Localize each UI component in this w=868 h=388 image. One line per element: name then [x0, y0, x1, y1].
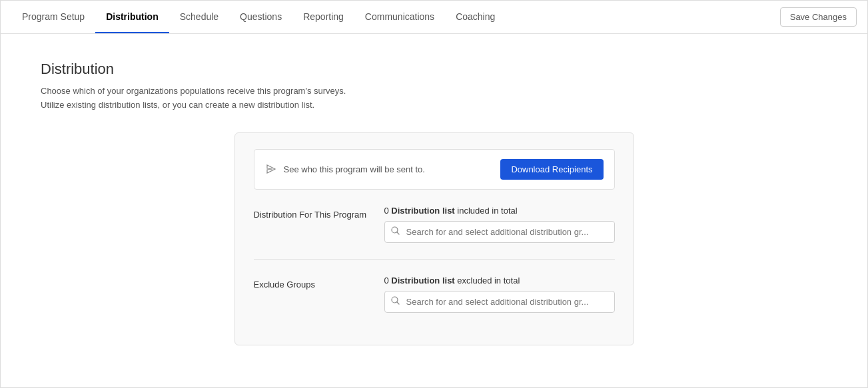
main-content: Distribution Choose which of your organi…: [1, 34, 867, 372]
exclude-search-icon: [391, 296, 400, 307]
exclude-groups-content: 0 Distribution list excluded in total: [384, 276, 615, 313]
see-who-text: See who this program will be sent to.: [284, 164, 425, 174]
tab-reporting[interactable]: Reporting: [292, 1, 354, 33]
page-title: Distribution: [41, 61, 827, 78]
tab-program-setup[interactable]: Program Setup: [11, 1, 95, 33]
exclude-groups-count: 0 Distribution list excluded in total: [384, 276, 615, 286]
tab-communications[interactable]: Communications: [354, 1, 445, 33]
exclude-search-wrapper: [384, 291, 615, 313]
distribution-for-program-section: Distribution For This Program 0 Distribu…: [254, 206, 615, 243]
top-nav: Program Setup Distribution Schedule Ques…: [1, 1, 867, 34]
tab-schedule[interactable]: Schedule: [169, 1, 229, 33]
svg-line-1: [396, 232, 399, 235]
distribution-for-program-count: 0 Distribution list included in total: [384, 206, 615, 216]
distribution-for-program-row: Distribution For This Program 0 Distribu…: [254, 206, 615, 243]
save-changes-button[interactable]: Save Changes: [780, 7, 857, 27]
distribution-for-program-content: 0 Distribution list included in total: [384, 206, 615, 243]
nav-tabs: Program Setup Distribution Schedule Ques…: [11, 1, 506, 33]
download-recipients-button[interactable]: Download Recipients: [500, 159, 603, 180]
recipients-row: See who this program will be sent to. Do…: [254, 149, 615, 190]
distribution-search-input[interactable]: [384, 221, 615, 243]
exclude-groups-row: Exclude Groups 0 Distribution list exclu…: [254, 276, 615, 313]
exclude-groups-section: Exclude Groups 0 Distribution list exclu…: [254, 276, 615, 313]
tab-coaching[interactable]: Coaching: [445, 1, 506, 33]
exclude-groups-label: Exclude Groups: [254, 276, 374, 290]
send-icon: [265, 163, 277, 175]
page-description: Choose which of your organizations popul…: [41, 85, 827, 112]
distribution-for-program-label: Distribution For This Program: [254, 206, 374, 220]
exclude-search-input[interactable]: [384, 291, 615, 313]
section-divider: [254, 259, 615, 260]
tab-questions[interactable]: Questions: [229, 1, 292, 33]
distribution-search-icon: [391, 226, 400, 237]
tab-distribution[interactable]: Distribution: [95, 1, 169, 33]
distribution-card: See who this program will be sent to. Do…: [234, 132, 634, 345]
distribution-search-wrapper: [384, 221, 615, 243]
svg-line-3: [396, 302, 399, 305]
recipients-left: See who this program will be sent to.: [265, 163, 425, 175]
